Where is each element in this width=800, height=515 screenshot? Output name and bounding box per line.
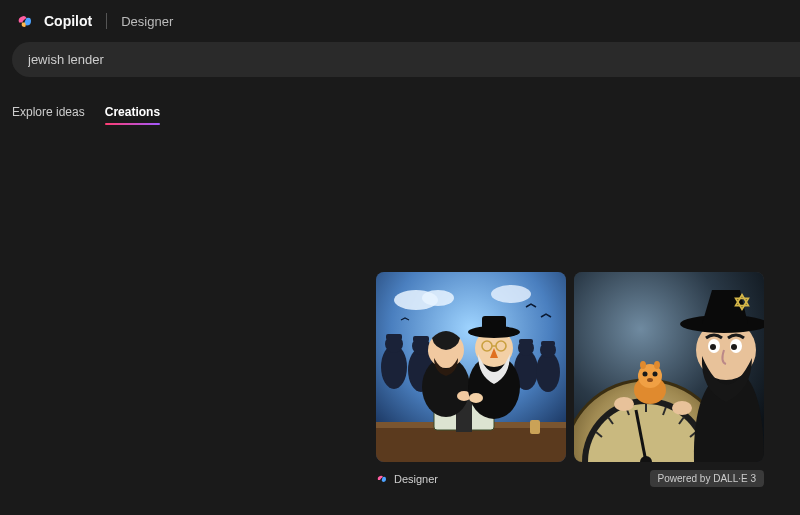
svg-rect-23	[530, 420, 540, 434]
svg-point-61	[654, 361, 660, 369]
svg-point-52	[710, 344, 716, 350]
search-input[interactable]	[12, 42, 800, 77]
brand-label: Copilot	[44, 13, 92, 29]
svg-point-58	[643, 372, 648, 377]
svg-rect-9	[413, 336, 429, 342]
svg-rect-30	[482, 316, 506, 334]
powered-by-badge: Powered by DALL·E 3	[650, 470, 764, 487]
tabs-row: Explore ideas Creations	[0, 77, 800, 125]
source-label-group: Designer	[376, 473, 438, 485]
svg-point-53	[731, 344, 737, 350]
tab-creations[interactable]: Creations	[105, 105, 160, 125]
creation-thumbnail[interactable]	[574, 272, 764, 462]
svg-point-34	[469, 393, 483, 403]
header-divider	[106, 13, 107, 29]
creation-thumbnail[interactable]	[376, 272, 566, 462]
source-label: Designer	[394, 473, 438, 485]
search-container	[0, 38, 800, 77]
svg-point-55	[614, 397, 634, 411]
copilot-logo-icon	[16, 12, 34, 30]
svg-point-54	[672, 401, 692, 415]
tab-explore-ideas[interactable]: Explore ideas	[12, 105, 85, 125]
svg-point-3	[491, 285, 531, 303]
svg-rect-6	[386, 334, 402, 340]
gallery-footer: Designer Powered by DALL·E 3	[376, 470, 764, 487]
svg-point-60	[640, 361, 646, 369]
svg-rect-12	[519, 339, 533, 344]
sub-brand-label: Designer	[121, 14, 173, 29]
tab-label: Explore ideas	[12, 105, 85, 119]
creations-gallery	[376, 272, 764, 462]
svg-rect-15	[541, 341, 555, 346]
svg-point-62	[647, 378, 653, 382]
header-bar: Copilot Designer	[0, 0, 800, 38]
tab-label: Creations	[105, 105, 160, 119]
svg-point-59	[653, 372, 658, 377]
designer-mini-icon	[376, 473, 388, 485]
svg-point-2	[422, 290, 454, 306]
